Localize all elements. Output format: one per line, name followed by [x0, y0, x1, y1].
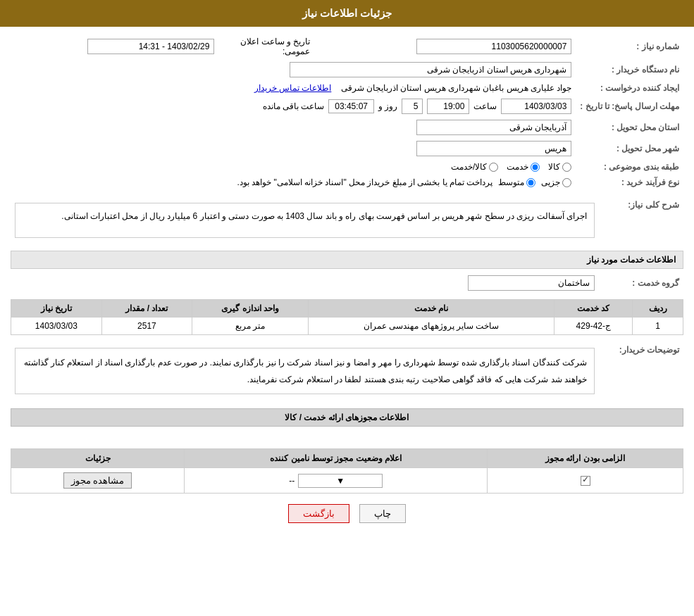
mojozha-header: اطلاعات مجوزهای ارائه خدمت / کالا — [11, 408, 683, 427]
sharh-value: اجرای آسفالت ریزی در سطح شهر هریس بر اسا… — [11, 196, 599, 245]
page-header: جزئیات اطلاعات نیاز — [0, 0, 694, 27]
th-vahed: واحد اندازه گیری — [192, 300, 309, 318]
ostan-input: آذربایجان شرقی — [416, 120, 571, 135]
radio-kala-khedmat-input[interactable] — [489, 163, 498, 172]
page-wrapper: جزئیات اطلاعات نیاز شماره نیاز : 1103005… — [0, 0, 694, 616]
th-joziyat: جزئیات — [11, 449, 185, 468]
th-nam: نام خدمت — [308, 300, 554, 318]
th-kod: کد خدمت — [554, 300, 633, 318]
towzihat-box: شرکت کنندگان اسناد بارگذاری شده توسط شهر… — [15, 348, 595, 394]
goroh-table: گروه خدمت : ساختمان — [11, 272, 683, 294]
shomareNiaz-input: 1103005620000007 — [416, 39, 571, 54]
radio-motavasset[interactable]: متوسط — [498, 177, 535, 187]
radio-kala-label: کالا — [548, 162, 560, 172]
page-title: جزئیات اطلاعات نیاز — [302, 7, 392, 19]
tabaqe-row: کالا خدمت کالا/خدمت — [11, 159, 576, 175]
mohlat-roz-input: 5 — [402, 99, 423, 114]
spacer — [11, 430, 683, 444]
perm-elzami-cell — [488, 468, 683, 494]
shomareNiaz-label: شماره نیاز : — [576, 34, 683, 59]
shahr-input: هریس — [416, 141, 571, 156]
mohlat-remaining-label: ساعت باقی مانده — [263, 101, 325, 111]
radio-jozi-input[interactable] — [562, 178, 571, 187]
th-elam: اعلام وضعیت مجوز توسط نامین کننده — [185, 449, 488, 468]
khadamat-section-title: اطلاعات خدمات مورد نیاز — [11, 251, 683, 269]
row-vahed: متر مربع — [192, 318, 309, 335]
th-radif: ردیف — [633, 300, 683, 318]
row-kod: ج-42-429 — [554, 318, 633, 335]
radio-kala-khedmat-label: کالا/خدمت — [451, 162, 487, 172]
perm-joziyat-cell: مشاهده مجوز — [11, 468, 185, 494]
goroh-khedmat-input: ساختمان — [468, 275, 595, 291]
tarikh-value: 1403/02/29 - 14:31 — [11, 34, 218, 59]
basic-info-table: شماره نیاز : 1103005620000007 تاریخ و سا… — [11, 34, 683, 190]
services-table: ردیف کد خدمت نام خدمت واحد اندازه گیری ت… — [11, 299, 683, 335]
ettelaat-tamas-link[interactable]: اطلاعات تماس خریدار — [254, 83, 332, 93]
content-area: شماره نیاز : 1103005620000007 تاریخ و سا… — [0, 27, 694, 530]
radio-khedmat[interactable]: خدمت — [507, 162, 540, 172]
sharh-label: شرح کلی نیاز: — [599, 196, 683, 245]
permissions-table: الزامی بودن ارائه مجوز اعلام وضعیت مجوز … — [11, 448, 683, 494]
namDastgah-input: شهرداری هریس استان اذربایجان شرقی — [290, 62, 571, 77]
tarikh-input: 1403/02/29 - 14:31 — [87, 39, 214, 54]
radio-kala-input[interactable] — [562, 163, 571, 172]
ijadKonande-value: جواد علیاری هریس باغبان شهرداری هریس است… — [11, 80, 576, 96]
radio-kala-khedmat[interactable]: کالا/خدمت — [451, 162, 498, 172]
radio-jozi[interactable]: جزیی — [541, 177, 571, 187]
perm-elam-cell: ▼ -- — [185, 468, 488, 494]
sharh-box: اجرای آسفالت ریزی در سطح شهر هریس بر اسا… — [15, 203, 595, 238]
bottom-buttons: چاپ بازگشت — [11, 504, 683, 523]
naveFarayand-row: جزیی متوسط پرداخت تمام یا بخشی از مبلغ خ… — [11, 175, 576, 190]
permissions-row: ▼ -- مشاهده مجوز — [11, 468, 683, 494]
namDastgah-label: نام دستگاه خریدار : — [576, 59, 683, 80]
ostan-value: آذربایجان شرقی — [11, 117, 576, 138]
elam-select[interactable]: ▼ — [298, 474, 383, 488]
radio-khedmat-label: خدمت — [507, 162, 528, 172]
mohlat-roz-label: روز و — [378, 101, 397, 111]
table-row: 1 ج-42-429 ساخت سایر پروژههای مهندسی عمر… — [11, 318, 683, 335]
radio-jozi-label: جزیی — [541, 177, 560, 187]
goroh-khedmat-value: ساختمان — [11, 272, 599, 294]
ostan-label: استان محل تحویل : — [576, 117, 683, 138]
radio-motavasset-input[interactable] — [526, 178, 535, 187]
row-tarikh: 1403/03/03 — [11, 318, 102, 335]
mohlat-saat-label: ساعت — [473, 101, 497, 111]
th-tarikh: تاریخ نیاز — [11, 300, 102, 318]
shomareNiaz-value: 1103005620000007 — [324, 34, 576, 59]
namDastgah-value: شهرداری هریس استان اذربایجان شرقی — [11, 59, 576, 80]
elzami-checkbox[interactable] — [581, 476, 590, 486]
towzihat-label: توضیحات خریدار: — [599, 341, 683, 401]
ijadKonande-text: جواد علیاری هریس باغبان شهرداری هریس است… — [341, 83, 572, 93]
row-tedad: 2517 — [101, 318, 192, 335]
ijadKonande-label: ایجاد کننده درخواست : — [576, 80, 683, 96]
elam-value: -- — [289, 476, 295, 486]
shahr-label: شهر محل تحویل : — [576, 138, 683, 159]
th-tedad: تعداد / مقدار — [101, 300, 192, 318]
mohlat-label: مهلت ارسال پاسخ: تا تاریخ : — [576, 96, 683, 117]
tarikh-label: تاریخ و ساعت اعلان عمومی: — [218, 34, 324, 59]
naveFarayand-label: نوع فرآیند خرید : — [576, 175, 683, 190]
mohlat-date-input: 1403/03/03 — [501, 99, 571, 114]
view-mojoz-button[interactable]: مشاهده مجوز — [63, 472, 132, 489]
row-nam: ساخت سایر پروژههای مهندسی عمران — [308, 318, 554, 335]
mohlat-timer: 03:45:07 — [328, 99, 374, 113]
shahr-value: هریس — [11, 138, 576, 159]
row-radif: 1 — [633, 318, 683, 335]
towzihat-table: توضیحات خریدار: شرکت کنندگان اسناد بارگذ… — [11, 341, 683, 401]
goroh-khedmat-label: گروه خدمت : — [599, 272, 683, 294]
radio-kala[interactable]: کالا — [548, 162, 571, 172]
mohlat-row: 1403/03/03 ساعت 19:00 5 روز و 03:45:07 س… — [11, 96, 576, 117]
radio-khedmat-input[interactable] — [531, 163, 540, 172]
print-button[interactable]: چاپ — [359, 504, 406, 523]
sharh-table: شرح کلی نیاز: اجرای آسفالت ریزی در سطح ش… — [11, 196, 683, 245]
towzihat-value: شرکت کنندگان اسناد بارگذاری شده توسط شهر… — [11, 341, 599, 401]
radio-motavasset-label: متوسط — [498, 177, 524, 187]
mohlat-saat-input: 19:00 — [427, 99, 469, 114]
tabaqe-label: طبقه بندی موضوعی : — [576, 159, 683, 175]
naveFarayand-text: پرداخت تمام یا بخشی از مبلغ خریداز محل "… — [237, 177, 492, 187]
th-elzami: الزامی بودن ارائه مجوز — [488, 449, 683, 468]
back-button[interactable]: بازگشت — [288, 504, 349, 523]
